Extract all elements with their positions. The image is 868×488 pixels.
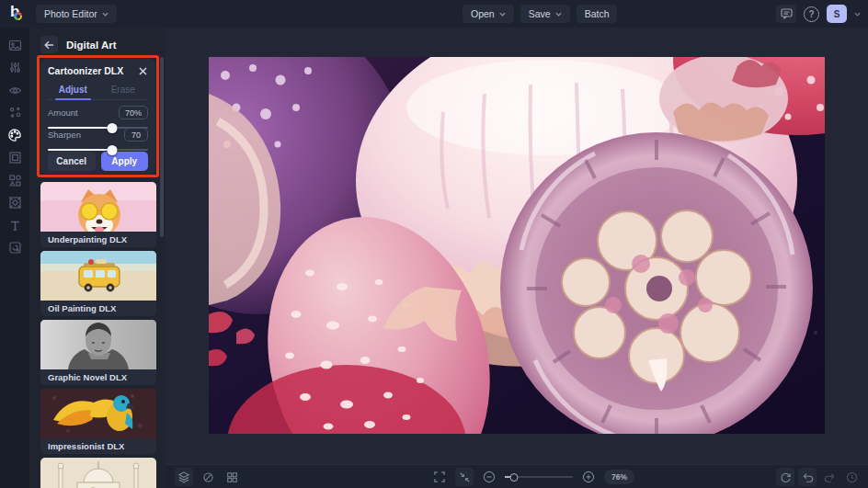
fullscreen-button[interactable]	[430, 468, 449, 486]
grid-icon	[226, 471, 238, 483]
zoom-out-button[interactable]	[480, 468, 498, 486]
ornate-frame-icon	[8, 196, 22, 210]
tool-tabs: Adjust Erase	[48, 81, 148, 100]
text-icon	[8, 219, 22, 233]
feedback-button[interactable]	[776, 5, 796, 23]
zoom-level-badge[interactable]: 76%	[604, 470, 634, 484]
eye-icon	[8, 84, 22, 97]
apply-button[interactable]: Apply	[101, 152, 149, 171]
history-button[interactable]	[842, 468, 861, 486]
sidebar-item-overlays[interactable]	[4, 169, 26, 192]
reset-button[interactable]	[776, 468, 794, 486]
digital-art-panel: Digital Art Cartoonizer DLX Adjust Erase…	[29, 28, 166, 488]
save-button[interactable]: Save	[520, 5, 570, 23]
oil-painting-thumbnail	[40, 251, 156, 301]
sidebar-item-text[interactable]	[4, 214, 26, 237]
sidebar-item-graphics[interactable]	[4, 192, 26, 215]
image-manager-button[interactable]	[223, 468, 241, 486]
cartoonizer-tool-card: Cartoonizer DLX Adjust Erase Amount 70% …	[40, 59, 155, 174]
photo-editor-menu[interactable]: Photo Editor	[36, 5, 117, 23]
underpainting-thumbnail	[40, 182, 156, 232]
image-icon	[8, 39, 22, 52]
help-button[interactable]: ?	[804, 6, 819, 22]
zoom-slider-handle[interactable]	[509, 473, 518, 482]
redo-button[interactable]	[820, 468, 839, 486]
chevron-down-icon	[102, 12, 108, 17]
thumb-label: Impressionist DLX	[40, 438, 156, 454]
close-icon	[139, 67, 147, 75]
tab-adjust[interactable]: Adjust	[48, 81, 98, 99]
account-chevron-icon[interactable]	[854, 12, 861, 17]
chevron-down-icon	[499, 12, 506, 17]
amount-value[interactable]: 70%	[119, 106, 148, 119]
close-tool-button[interactable]	[138, 66, 148, 76]
redo-icon	[824, 471, 836, 483]
sliders-icon	[8, 61, 22, 74]
logo-color-ring	[14, 12, 22, 20]
effect-graphic-novel-dlx[interactable]: Graphic Novel DLX	[40, 320, 156, 385]
back-button[interactable]	[40, 36, 58, 53]
plus-circle-icon	[582, 471, 595, 483]
app-logo[interactable]: b	[8, 5, 27, 23]
refresh-icon	[780, 471, 792, 483]
minus-circle-icon	[483, 471, 496, 483]
effect-impressionist-dlx[interactable]: Impressionist DLX	[40, 389, 156, 454]
arrow-left-icon	[44, 40, 54, 50]
fit-screen-icon	[459, 471, 471, 483]
sidebar-item-textures[interactable]	[4, 237, 26, 260]
bottom-toolbar: 76%	[166, 464, 868, 488]
sharpen-slider-handle[interactable]	[107, 145, 117, 155]
tool-title: Cartoonizer DLX	[48, 65, 123, 76]
user-avatar[interactable]: S	[827, 5, 847, 23]
sparkle-dots-icon	[8, 106, 22, 119]
undo-icon	[802, 471, 814, 483]
graphic-novel-thumbnail	[40, 320, 156, 369]
shapes-icon	[8, 174, 22, 187]
impressionist-thumbnail	[40, 389, 156, 438]
thumb-label: Oil Painting DLX	[40, 301, 156, 316]
layers-button[interactable]	[175, 468, 193, 486]
top-bar: b Photo Editor Open Save Batch ? S	[0, 0, 868, 28]
open-button[interactable]: Open	[463, 5, 514, 23]
fullscreen-icon	[433, 471, 446, 483]
sidebar-item-artsy[interactable]	[4, 124, 26, 147]
link-button[interactable]	[199, 468, 217, 486]
texture-icon	[8, 241, 22, 255]
history-clock-icon	[846, 471, 858, 483]
amount-label: Amount	[48, 108, 78, 118]
taj-mahal-thumbnail	[40, 458, 156, 488]
fit-to-screen-button[interactable]	[455, 468, 474, 486]
amount-slider-handle[interactable]	[107, 123, 117, 133]
sidebar-item-adjustments[interactable]	[4, 57, 26, 80]
sidebar-item-effects[interactable]	[4, 102, 26, 125]
zoom-slider[interactable]	[505, 471, 573, 482]
canvas-area	[166, 28, 868, 464]
batch-button[interactable]: Batch	[577, 5, 618, 23]
chat-bubble-icon	[781, 8, 793, 19]
photo-editor-label: Photo Editor	[44, 8, 97, 19]
frame-icon	[8, 151, 22, 165]
tab-erase[interactable]: Erase	[98, 81, 149, 99]
layers-icon	[177, 471, 190, 483]
panel-title: Digital Art	[66, 40, 117, 51]
zoom-in-button[interactable]	[579, 468, 598, 486]
chevron-down-icon	[555, 12, 562, 17]
sharpen-value[interactable]: 70	[124, 128, 148, 142]
sidebar-item-touch-up[interactable]	[4, 79, 26, 102]
sidebar-item-frames[interactable]	[4, 147, 26, 170]
effect-underpainting-dlx[interactable]: Underpainting DLX	[40, 182, 156, 247]
link-slash-icon	[202, 471, 214, 483]
effect-taj-mahal[interactable]	[40, 458, 156, 488]
thumb-label: Graphic Novel DLX	[40, 369, 156, 385]
panel-scrollbar[interactable]	[160, 57, 164, 237]
cancel-button[interactable]: Cancel	[48, 152, 96, 171]
sidebar-item-image-editor[interactable]	[4, 34, 26, 57]
effect-oil-painting-dlx[interactable]: Oil Painting DLX	[40, 251, 156, 316]
tool-rail	[0, 28, 29, 488]
canvas-image[interactable]	[209, 57, 825, 434]
palette-icon	[7, 128, 22, 142]
thumb-label: Underpainting DLX	[40, 232, 156, 247]
sharpen-label: Sharpen	[48, 130, 81, 140]
undo-button[interactable]	[798, 468, 817, 486]
